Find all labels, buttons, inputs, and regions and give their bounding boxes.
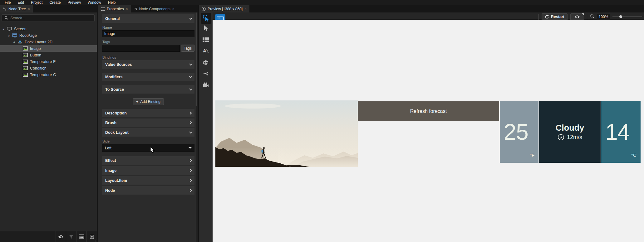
corner-expand-icon xyxy=(582,13,584,16)
plus-icon: + xyxy=(136,99,138,104)
select-tool-button[interactable] xyxy=(203,25,209,32)
tab-properties-label: Properties xyxy=(107,7,124,11)
image-node-icon xyxy=(23,60,28,64)
filter-funnel-icon xyxy=(69,235,73,239)
menu-help[interactable]: Help xyxy=(105,0,119,5)
zoom-slider-track xyxy=(612,17,642,17)
section-node[interactable]: Node xyxy=(102,186,194,195)
restart-button[interactable]: Restart xyxy=(542,13,568,20)
chevron-down-icon xyxy=(189,62,192,65)
image-node-icon xyxy=(23,46,28,51)
add-binding-label: Add Binding xyxy=(140,99,160,104)
search-icon xyxy=(4,15,8,21)
section-brush[interactable]: Brush xyxy=(102,119,194,127)
menu-window[interactable]: Window xyxy=(84,0,105,5)
tree-item-temperature-c[interactable]: Temperature-C xyxy=(0,71,97,78)
menu-project[interactable]: Project xyxy=(27,0,46,5)
svg-text:A: A xyxy=(203,48,206,53)
search-box[interactable]: Search... xyxy=(2,14,95,22)
section-dock-layout[interactable]: Dock Layout xyxy=(102,128,194,137)
visibility-options-button[interactable] xyxy=(570,13,584,20)
zoom-slider[interactable] xyxy=(612,14,642,20)
text-tool-button[interactable]: A xyxy=(203,48,209,55)
tree-item-button[interactable]: Button xyxy=(0,52,97,58)
tab-preview[interactable]: Preview [1388 x 860] × xyxy=(199,5,249,12)
section-node-label: Node xyxy=(105,188,115,193)
section-brush-label: Brush xyxy=(105,121,116,125)
menu-edit[interactable]: Edit xyxy=(14,0,27,5)
wind-direction-icon xyxy=(558,134,564,141)
splitter[interactable] xyxy=(198,5,199,242)
close-icon[interactable]: × xyxy=(172,7,175,11)
search-input[interactable]: Search... xyxy=(10,16,25,20)
zoom-slider-thumb[interactable] xyxy=(619,15,622,18)
grid-tool-button[interactable] xyxy=(203,37,209,43)
display-mode-button[interactable] xyxy=(86,231,97,242)
section-general[interactable]: General xyxy=(102,14,194,23)
expander-icon[interactable]: ◢ xyxy=(12,41,15,43)
section-layout-item[interactable]: Layout.Item xyxy=(102,176,194,185)
section-modifiers[interactable]: Modifiers xyxy=(102,73,194,81)
condition-panel: Cloudy 12m/s xyxy=(539,101,601,163)
tab-node-components[interactable]: Node Components × xyxy=(131,5,177,12)
tab-node-tree-label: Node Tree xyxy=(8,7,26,11)
close-icon[interactable]: × xyxy=(28,7,30,11)
grid-filter-button[interactable] xyxy=(76,231,86,242)
bindings-label: Bindings xyxy=(102,56,194,59)
section-effect-label: Effect xyxy=(105,158,116,163)
splitter[interactable] xyxy=(97,5,98,242)
zoom-level-value[interactable]: 100% xyxy=(597,14,610,20)
tags-button[interactable]: Tags xyxy=(181,45,194,52)
section-to-source[interactable]: To Source xyxy=(102,85,194,94)
tree-item-rootpage[interactable]: ◢ RootPage xyxy=(0,32,97,39)
tags-field[interactable] xyxy=(102,45,180,52)
tree-bottom-toolbar xyxy=(0,231,97,242)
condition-label: Cloudy xyxy=(556,123,584,133)
tab-node-tree[interactable]: Node Tree × xyxy=(0,5,33,12)
tree-item-dock-layout[interactable]: ◢ Dock Layout 2D xyxy=(0,39,97,45)
menu-preview[interactable]: Preview xyxy=(64,0,84,5)
zoom-magnifier-icon xyxy=(590,14,594,20)
visibility-toggle-button[interactable] xyxy=(56,231,66,242)
chevron-right-icon xyxy=(189,169,192,172)
side-label: Side xyxy=(102,139,194,143)
section-effect[interactable]: Effect xyxy=(102,156,194,165)
node-tree-panel: Search... ◢ Screen ◢ RootPage ◢ xyxy=(0,12,97,242)
refresh-forecast-button[interactable]: Refresh forecast xyxy=(358,101,499,121)
expander-icon[interactable]: ◢ xyxy=(2,28,5,30)
tab-properties[interactable]: Properties × xyxy=(98,5,131,12)
chevron-down-icon xyxy=(189,87,192,90)
camera-tool-button[interactable] xyxy=(203,82,209,89)
temperature-f-value: 25 xyxy=(504,121,528,143)
node-tree-tabstrip: Node Tree × xyxy=(0,5,97,12)
interact-tool-button[interactable] xyxy=(201,13,211,24)
hiker-image xyxy=(215,100,358,167)
section-image[interactable]: Image xyxy=(102,166,194,175)
tree-item-image[interactable]: Image xyxy=(0,45,97,52)
tree-item-condition[interactable]: Condition xyxy=(0,65,97,71)
connections-tool-button[interactable] xyxy=(203,71,209,77)
filter-button[interactable] xyxy=(66,231,76,242)
tree-item-label: Button xyxy=(30,53,41,57)
section-value-sources[interactable]: Value Sources xyxy=(102,60,194,69)
tree-item-temperature-f[interactable]: Temperature-F xyxy=(0,58,97,65)
close-icon[interactable]: × xyxy=(244,7,247,11)
chevron-right-icon xyxy=(189,179,192,182)
menu-file[interactable]: File xyxy=(1,0,14,5)
chevron-down-icon xyxy=(189,130,192,133)
wind-speed-value: 12m/s xyxy=(567,134,582,141)
section-description[interactable]: Description xyxy=(102,109,194,117)
tree-item-label: Screen xyxy=(14,27,27,31)
add-binding-button[interactable]: + Add Binding xyxy=(133,98,164,105)
tree-item-screen[interactable]: ◢ Screen xyxy=(0,26,97,32)
node-tree-icon xyxy=(3,7,7,11)
layers-tool-button[interactable] xyxy=(203,60,209,66)
menu-create[interactable]: Create xyxy=(46,0,64,5)
name-field[interactable] xyxy=(102,30,194,37)
expander-icon[interactable]: ◢ xyxy=(7,34,10,37)
side-dropdown[interactable]: Left xyxy=(102,144,194,152)
section-to-source-label: To Source xyxy=(105,87,124,92)
preview-viewport[interactable]: Refresh forecast 25 °F Cloudy 12m/s 14 °… xyxy=(213,20,644,242)
tree-item-label: Image xyxy=(30,46,41,51)
close-icon[interactable]: × xyxy=(126,7,128,11)
